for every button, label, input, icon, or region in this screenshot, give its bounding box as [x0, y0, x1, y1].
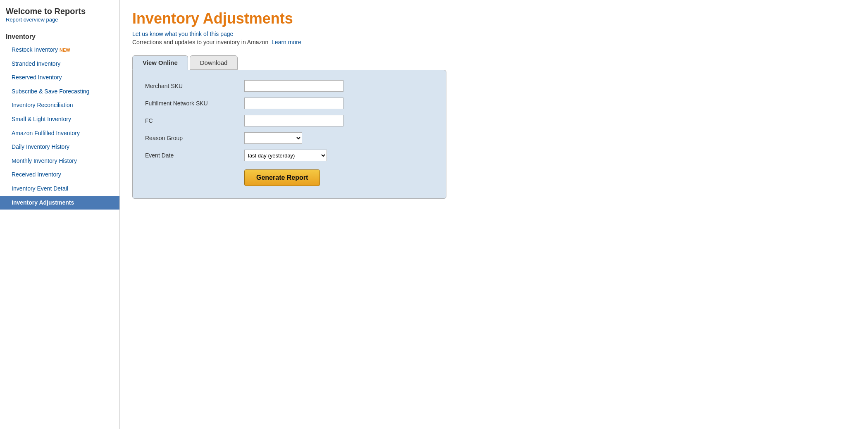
sidebar-item-subscribe-save[interactable]: Subscribe & Save Forecasting [0, 85, 119, 99]
event-date-select[interactable]: last day (yesterday) last 7 days last 30… [244, 150, 327, 161]
sidebar: Welcome to Reports Report overview page … [0, 0, 120, 429]
sidebar-item-inventory-event[interactable]: Inventory Event Detail [0, 182, 119, 196]
fulfillment-network-sku-label: Fulfillment Network SKU [145, 100, 244, 107]
sidebar-item-label: Inventory Event Detail [12, 185, 68, 192]
generate-button-row: Generate Report [145, 167, 434, 186]
fulfillment-network-sku-input[interactable] [244, 98, 343, 109]
fc-row: FC [145, 115, 434, 126]
sidebar-item-label: Inventory Reconciliation [12, 102, 73, 108]
tabs-container: View Online Download [132, 55, 856, 70]
sidebar-item-restock-inventory[interactable]: Restock InventoryNEW [0, 43, 119, 57]
welcome-title: Welcome to Reports [6, 7, 114, 16]
tab-download[interactable]: Download [190, 55, 238, 70]
sidebar-item-label: Subscribe & Save Forecasting [12, 88, 89, 95]
overview-link[interactable]: Report overview page [6, 17, 58, 23]
reason-group-label: Reason Group [145, 135, 244, 141]
page-title: Inventory Adjustments [132, 10, 856, 27]
merchant-sku-input[interactable] [244, 80, 343, 92]
event-date-row: Event Date last day (yesterday) last 7 d… [145, 150, 434, 161]
sidebar-item-label: Received Inventory [12, 171, 61, 178]
sidebar-item-received-inventory[interactable]: Received Inventory [0, 168, 119, 182]
description: Corrections and updates to your inventor… [132, 39, 856, 45]
sidebar-item-inventory-adjustments[interactable]: Inventory Adjustments [0, 196, 119, 210]
main-content: Inventory Adjustments Let us know what y… [120, 0, 868, 429]
sidebar-item-label: Monthly Inventory History [12, 157, 77, 164]
sidebar-item-label: Inventory Adjustments [12, 199, 74, 206]
sidebar-item-label: Small & Light Inventory [12, 116, 71, 122]
sidebar-item-inventory-reconciliation[interactable]: Inventory Reconciliation [0, 98, 119, 112]
fc-input[interactable] [244, 115, 343, 126]
sidebar-item-daily-history[interactable]: Daily Inventory History [0, 140, 119, 154]
sidebar-item-stranded-inventory[interactable]: Stranded Inventory [0, 57, 119, 71]
merchant-sku-row: Merchant SKU [145, 80, 434, 92]
inventory-section-title: Inventory [0, 27, 119, 43]
sidebar-item-label: Daily Inventory History [12, 143, 69, 150]
sidebar-item-label: Reserved Inventory [12, 74, 62, 81]
fc-label: FC [145, 117, 244, 124]
sidebar-item-label: Stranded Inventory [12, 60, 60, 67]
reason-group-select[interactable] [244, 132, 302, 144]
sidebar-item-reserved-inventory[interactable]: Reserved Inventory [0, 71, 119, 85]
sidebar-item-amazon-fulfilled[interactable]: Amazon Fulfilled Inventory [0, 126, 119, 141]
merchant-sku-label: Merchant SKU [145, 83, 244, 89]
new-badge: NEW [60, 48, 70, 52]
feedback-link[interactable]: Let us know what you think of this page [132, 31, 856, 37]
generate-report-button[interactable]: Generate Report [244, 169, 320, 186]
reason-group-row: Reason Group [145, 132, 434, 144]
form-panel: Merchant SKU Fulfillment Network SKU FC … [132, 70, 446, 199]
event-date-label: Event Date [145, 152, 244, 159]
sidebar-item-monthly-history[interactable]: Monthly Inventory History [0, 154, 119, 168]
sidebar-header: Welcome to Reports Report overview page [0, 0, 119, 27]
tab-view-online[interactable]: View Online [132, 55, 188, 70]
fulfillment-network-sku-row: Fulfillment Network SKU [145, 98, 434, 109]
sidebar-item-small-light[interactable]: Small & Light Inventory [0, 112, 119, 126]
sidebar-item-label: Restock Inventory [12, 46, 58, 53]
sidebar-item-label: Amazon Fulfilled Inventory [12, 130, 80, 136]
learn-more-link[interactable]: Learn more [272, 39, 301, 45]
